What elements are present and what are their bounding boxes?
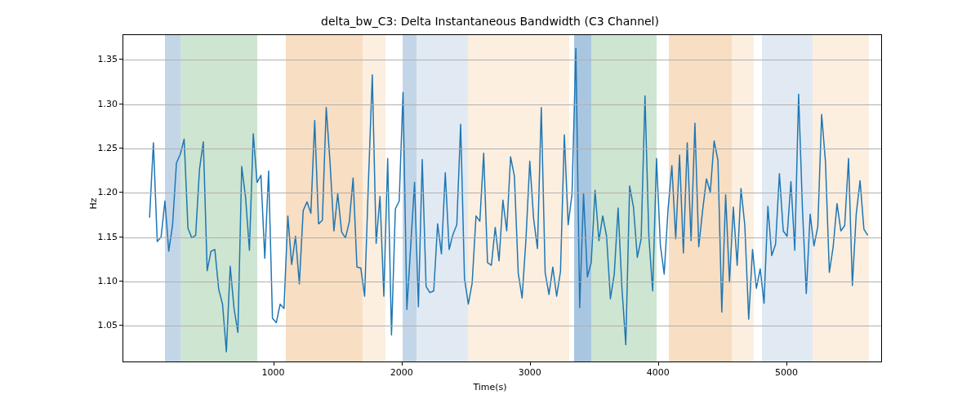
figure: delta_bw_C3: Delta Instantaneous Bandwid… <box>0 0 980 408</box>
data-line <box>149 48 867 352</box>
y-tick-mark <box>119 325 122 326</box>
x-tick-mark <box>402 362 403 366</box>
x-tick-label: 4000 <box>647 367 670 378</box>
axes-area <box>122 34 882 362</box>
x-axis-label: Time(s) <box>0 382 980 392</box>
y-tick-label: 1.20 <box>98 187 118 197</box>
y-tick-mark <box>119 59 122 60</box>
y-tick-mark <box>119 281 122 282</box>
x-tick-label: 1000 <box>262 367 285 378</box>
line-plot <box>123 35 881 361</box>
grid-line <box>123 282 881 282</box>
y-tick-label: 1.05 <box>98 320 118 330</box>
y-tick-mark <box>119 237 122 237</box>
y-tick-mark <box>119 148 122 149</box>
grid-line <box>123 237 881 238</box>
grid-line <box>123 60 881 60</box>
y-tick-label: 1.25 <box>98 143 118 153</box>
x-tick-label: 5000 <box>775 367 798 378</box>
grid-line <box>123 104 881 105</box>
grid-line <box>123 326 881 326</box>
grid-line <box>123 149 881 149</box>
x-tick-label: 3000 <box>519 367 541 378</box>
y-tick-label: 1.35 <box>98 54 118 64</box>
y-tick-label: 1.10 <box>98 276 118 286</box>
x-tick-mark <box>786 362 787 366</box>
x-tick-mark <box>274 362 274 366</box>
x-tick-mark <box>530 362 531 366</box>
y-tick-mark <box>119 192 122 193</box>
y-tick-label: 1.30 <box>98 98 118 109</box>
x-tick-mark <box>658 362 659 366</box>
y-axis-label: Hz <box>88 197 99 209</box>
x-tick-label: 2000 <box>390 367 413 378</box>
grid-line <box>123 193 881 193</box>
y-tick-mark <box>119 104 122 104</box>
y-tick-label: 1.15 <box>98 231 118 242</box>
chart-title: delta_bw_C3: Delta Instantaneous Bandwid… <box>0 15 980 28</box>
